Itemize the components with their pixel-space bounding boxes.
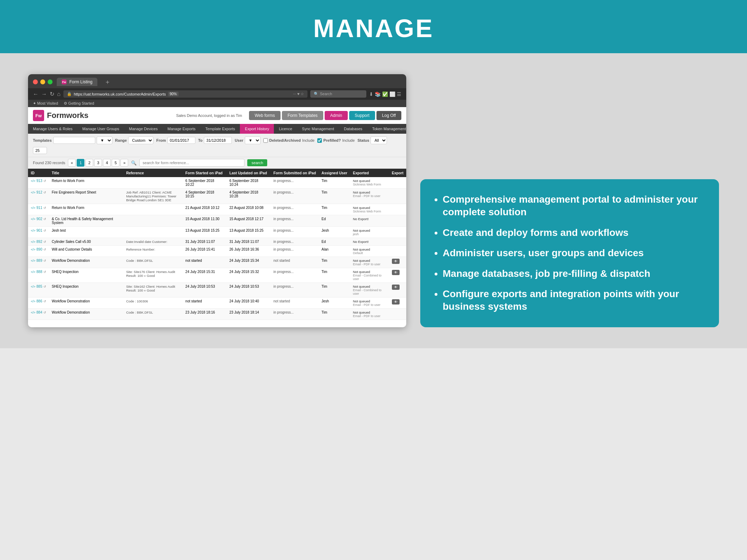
user-select[interactable]: ▼	[245, 136, 261, 144]
user-filter: User ▼	[235, 136, 260, 144]
cell-submitted: in progress...	[271, 309, 319, 320]
page-title: MANAGE	[0, 14, 747, 43]
pagination-buttons: « 1 2 3 4 5 »	[68, 159, 128, 167]
form-reference-search[interactable]	[139, 159, 244, 167]
support-button[interactable]: Support	[349, 111, 375, 120]
export-eye-button[interactable]: 👁	[392, 299, 400, 304]
prefilled-filter: Prefilled? Include	[317, 138, 355, 143]
cell-reference: Site: Site162 Client: Homes Audit Result…	[123, 283, 182, 298]
subnav-sync-management[interactable]: Sync Management	[297, 124, 339, 134]
page-4[interactable]: 4	[103, 159, 111, 167]
export-history-table: ID Title Reference Form Started on iPad …	[28, 169, 406, 320]
pagesize-filter	[33, 147, 47, 154]
cell-title: Return to Work Form	[49, 177, 123, 189]
page-5[interactable]: 5	[112, 159, 119, 167]
cell-started: 6 September 2018 10:22	[182, 177, 227, 189]
cell-title: SHEQ Inspection	[49, 268, 123, 283]
new-tab-button[interactable]: ＋	[104, 78, 111, 86]
cell-export-btn[interactable]: 👁	[389, 257, 406, 268]
account-info: Sales Demo Account, logged in as Tim	[176, 113, 242, 118]
cell-exported: Not queued Email - PDF to user	[350, 298, 389, 309]
subnav-manage-user-groups[interactable]: Manage User Groups	[77, 124, 124, 134]
deleted-checkbox[interactable]	[263, 138, 268, 143]
browser-dots	[33, 79, 53, 84]
col-submitted: Form Submitted on iPad	[271, 169, 319, 177]
export-eye-button[interactable]: 👁	[392, 259, 400, 264]
bookmark-getting-started[interactable]: ⚙ Getting Started	[64, 101, 94, 106]
webforms-button[interactable]: Web forms	[249, 111, 281, 120]
admin-button[interactable]: Admin	[325, 111, 348, 120]
minimize-dot[interactable]	[40, 79, 45, 84]
url-bar[interactable]: 🔒 https://uat.formworks.uk.com/CustomerA…	[63, 90, 308, 98]
home-button[interactable]: ⌂	[57, 91, 61, 97]
cell-reference: Job Ref: AB1011 Client: ACME Manufacturi…	[123, 189, 182, 204]
page-3[interactable]: 3	[94, 159, 102, 167]
table-row: </> 884 ↺ Workflow Demonstration Code : …	[28, 309, 406, 320]
cell-submitted: in progress...	[271, 246, 319, 257]
table-row: </> 892 ↺ Cylinder Sales Call v5.00 Date…	[28, 238, 406, 246]
back-button[interactable]: ←	[33, 91, 39, 97]
top-nav-buttons: Web forms Form Templates Admin Support L…	[249, 111, 401, 120]
logo-box: Fw	[33, 110, 44, 121]
cell-started: not started	[182, 257, 227, 268]
export-eye-button[interactable]: 👁	[392, 270, 400, 275]
table-row: </> 890 ↺ Will and Customer Details Refe…	[28, 246, 406, 257]
forward-button[interactable]: →	[41, 91, 47, 97]
cell-updated: 23 July 2018 18:14	[227, 309, 271, 320]
templates-select[interactable]: ▼	[97, 136, 112, 144]
cell-export-btn[interactable]: 👁	[389, 268, 406, 283]
prefilled-checkbox[interactable]	[317, 138, 322, 143]
subnav-manage-exports[interactable]: Manage Exports	[162, 124, 200, 134]
col-title: Title	[49, 169, 123, 177]
subnav-databases[interactable]: Databases	[339, 124, 367, 134]
page-1[interactable]: 1	[77, 159, 84, 167]
sub-nav: Manage Users & Roles Manage User Groups …	[28, 124, 406, 134]
pagesize-input[interactable]	[33, 147, 47, 154]
bookmark-most-visited[interactable]: ✦ Most Visited	[33, 101, 58, 106]
from-date-input[interactable]	[167, 137, 195, 144]
subnav-manage-users[interactable]: Manage Users & Roles	[28, 124, 77, 134]
cell-user: Tim	[319, 309, 350, 320]
info-item-1: Comprehensive management portal to admin…	[443, 193, 704, 219]
subnav-licence[interactable]: Licence	[274, 124, 297, 134]
cell-reference: Reference Number:	[123, 246, 182, 257]
to-date-input[interactable]	[204, 137, 232, 144]
page-prev[interactable]: «	[68, 159, 76, 167]
cell-export-btn	[389, 189, 406, 204]
subnav-template-exports[interactable]: Template Exports	[200, 124, 240, 134]
cell-id: </> 886 ↺	[28, 298, 49, 309]
page-2[interactable]: 2	[85, 159, 93, 167]
deleted-filter: Deleted/Archived Include	[263, 138, 314, 143]
export-eye-button[interactable]: 👁	[392, 285, 400, 290]
subnav-export-history[interactable]: Export History	[240, 124, 274, 134]
subnav-manage-devices[interactable]: Manage Devices	[124, 124, 162, 134]
browser-tab[interactable]: Fw Form Listing	[57, 78, 97, 86]
templates-input[interactable]	[53, 137, 95, 144]
subnav-token-management[interactable]: Token Management	[367, 124, 406, 134]
close-dot[interactable]	[33, 79, 38, 84]
cell-export-btn[interactable]: 👁	[389, 283, 406, 298]
form-search-row: 🔍 search	[131, 159, 401, 167]
tab-favicon: Fw	[62, 79, 67, 84]
cell-reference: Code : BBK.DFSL	[123, 309, 182, 320]
cell-export-btn[interactable]: 👁	[389, 298, 406, 309]
form-templates-button[interactable]: Form Templates	[282, 111, 323, 120]
status-select[interactable]: All	[371, 136, 387, 144]
cell-title: Will and Customer Details	[49, 246, 123, 257]
to-label: To	[198, 138, 203, 142]
cell-exported: Not queued Email - PDF to user	[350, 257, 389, 268]
cell-updated: 6 September 2018 10:24	[227, 177, 271, 189]
browser-search-bar[interactable]: 🔍 Search	[310, 90, 366, 98]
logoff-button[interactable]: Log Off	[376, 111, 401, 120]
page-next[interactable]: »	[120, 159, 128, 167]
cell-started: 23 July 2018 18:16	[182, 309, 227, 320]
range-select[interactable]: Custom	[128, 136, 153, 144]
reload-button[interactable]: ↻	[50, 91, 54, 97]
logo-area: Fw Formworks	[33, 110, 89, 121]
search-button[interactable]: search	[247, 159, 267, 166]
main-content: Fw Form Listing ＋ ← → ↻ ⌂ 🔒 https://uat.…	[0, 53, 747, 348]
cell-reference	[123, 177, 182, 189]
deleted-label: Deleted/Archived	[269, 138, 301, 142]
maximize-dot[interactable]	[48, 79, 53, 84]
cell-user: Ed	[319, 238, 350, 246]
